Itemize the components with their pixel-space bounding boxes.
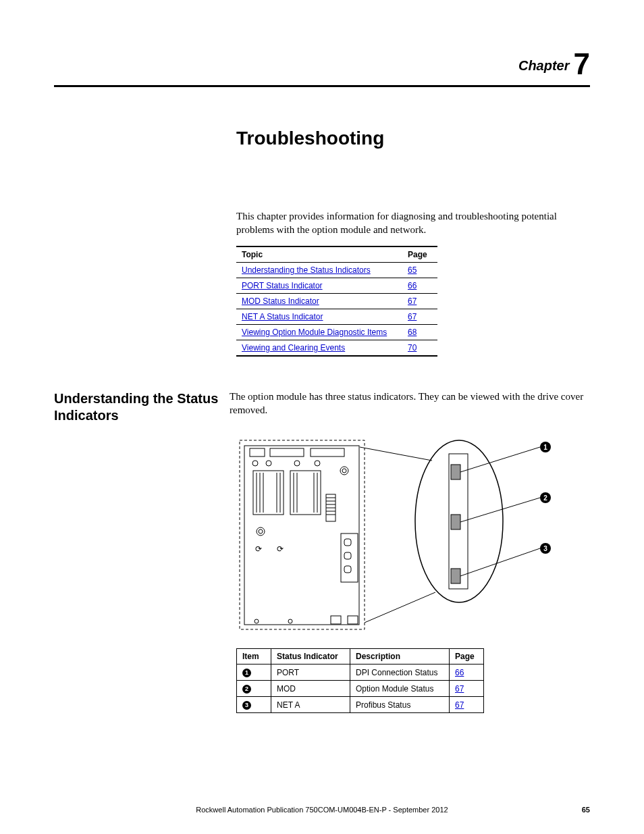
page-title: Troubleshooting — [236, 128, 590, 149]
svg-rect-32 — [344, 539, 351, 546]
page-link[interactable]: 67 — [455, 684, 464, 694]
page-link[interactable]: 65 — [408, 265, 417, 275]
page-header: Page — [402, 246, 437, 263]
svg-point-6 — [266, 461, 271, 466]
topic-table: Topic Page Understanding the Status Indi… — [236, 246, 437, 357]
page-header: Page — [450, 649, 484, 664]
table-row: Viewing Option Module Diagnostic Items 6… — [236, 325, 437, 340]
svg-point-12 — [259, 529, 263, 533]
svg-rect-4 — [311, 448, 344, 457]
desc-cell: DPI Connection Status — [350, 664, 450, 681]
section-heading: Understanding the Status Indicators — [54, 390, 230, 424]
page-footer: Rockwell Automation Publication 750COM-U… — [0, 806, 644, 814]
stat-cell: PORT — [271, 664, 350, 681]
desc-cell: Option Module Status — [350, 681, 450, 697]
topic-link[interactable]: PORT Status Indicator — [242, 281, 323, 290]
topic-link[interactable]: Viewing and Clearing Events — [242, 343, 345, 353]
page-link[interactable]: 68 — [408, 328, 417, 337]
topic-header: Topic — [236, 246, 402, 263]
svg-point-11 — [257, 527, 265, 536]
svg-point-7 — [294, 461, 300, 466]
callout-2: 2 — [543, 494, 547, 502]
chapter-number: 7 — [574, 47, 590, 80]
page-link[interactable]: 66 — [455, 668, 464, 677]
section-body: The option module has three status indic… — [230, 390, 590, 424]
module-diagram-svg: ⟳ ⟳ 1 2 3 — [236, 434, 554, 636]
intro-paragraph: This chapter provides information for di… — [236, 210, 590, 236]
table-row: MOD Status Indicator 67 — [236, 294, 437, 309]
desc-cell: Profibus Status — [350, 697, 450, 713]
page-link[interactable]: 66 — [408, 281, 417, 290]
svg-point-5 — [252, 461, 258, 466]
stat-cell: MOD — [271, 681, 350, 697]
table-row: 3 NET A Profibus Status 67 — [237, 697, 484, 713]
svg-rect-43 — [451, 465, 460, 479]
topic-link[interactable]: Understanding the Status Indicators — [242, 265, 371, 275]
svg-point-8 — [315, 461, 320, 466]
chapter-label: Chapter — [518, 58, 570, 73]
table-row: NET A Status Indicator 67 — [236, 309, 437, 325]
svg-rect-45 — [451, 569, 460, 583]
stat-cell: NET A — [271, 697, 350, 713]
table-row: 1 PORT DPI Connection Status 66 — [237, 664, 484, 681]
svg-text:⟳: ⟳ — [277, 544, 284, 554]
topic-link[interactable]: Viewing Option Module Diagnostic Items — [242, 328, 387, 337]
indicator-table: Item Status Indicator Description Page 1… — [236, 648, 484, 713]
item-badge: 3 — [242, 701, 251, 710]
publication-line: Rockwell Automation Publication 750COM-U… — [196, 806, 448, 814]
svg-rect-2 — [250, 448, 265, 457]
svg-rect-40 — [348, 616, 358, 624]
svg-rect-13 — [253, 471, 284, 515]
callout-3: 3 — [543, 545, 547, 552]
item-badge: 1 — [242, 669, 251, 677]
svg-point-37 — [254, 619, 259, 623]
svg-rect-44 — [451, 515, 460, 529]
svg-rect-3 — [270, 448, 304, 457]
chapter-header: Chapter7 — [54, 47, 590, 81]
svg-line-47 — [365, 592, 435, 623]
topic-link[interactable]: MOD Status Indicator — [242, 296, 319, 306]
svg-text:⟳: ⟳ — [255, 544, 262, 554]
svg-point-10 — [342, 469, 346, 473]
desc-header: Description — [350, 649, 450, 664]
svg-point-9 — [340, 467, 348, 475]
callout-1: 1 — [543, 444, 547, 451]
table-row: Understanding the Status Indicators 65 — [236, 263, 437, 278]
table-row: Viewing and Clearing Events 70 — [236, 340, 437, 357]
svg-rect-33 — [344, 552, 351, 559]
module-figure: ⟳ ⟳ 1 2 3 — [236, 434, 590, 639]
stat-header: Status Indicator — [271, 649, 350, 664]
table-row: PORT Status Indicator 66 — [236, 278, 437, 294]
svg-rect-39 — [331, 616, 341, 624]
svg-point-38 — [288, 619, 292, 623]
page-link[interactable]: 67 — [408, 312, 417, 321]
item-badge: 2 — [242, 685, 251, 694]
svg-line-46 — [360, 447, 432, 461]
item-header: Item — [237, 649, 271, 664]
svg-rect-14 — [290, 471, 321, 515]
page-number: 65 — [582, 806, 590, 814]
page-link[interactable]: 67 — [408, 296, 417, 306]
svg-rect-34 — [344, 566, 351, 573]
topic-link[interactable]: NET A Status Indicator — [242, 312, 323, 321]
page-link[interactable]: 67 — [455, 700, 464, 710]
page-link[interactable]: 70 — [408, 343, 417, 353]
table-row: 2 MOD Option Module Status 67 — [237, 681, 484, 697]
svg-rect-31 — [341, 533, 358, 582]
header-rule — [54, 85, 590, 87]
